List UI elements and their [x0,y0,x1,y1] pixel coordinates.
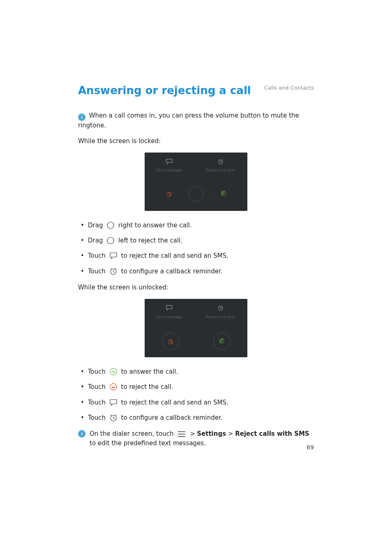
info-text: When a call comes in, you can press the … [78,112,299,129]
locked-intro: While the screen is locked: [78,136,314,146]
hangup-mini-icon: ✆ [163,188,174,199]
ss1-top-row: Send message Remind me later [145,158,247,173]
unlocked-call-screenshot: Send message Remind me later ✆ ✆ [145,299,247,357]
info-icon: i [78,113,85,121]
tip-block: i On the dialer screen, touch > Settings… [78,429,314,449]
text-fragment: to edit the predefined text messages. [90,439,206,447]
list-item: Touch to configure a callback reminder. [81,413,314,423]
speech-bubble-icon [157,305,182,314]
speech-bubble-icon [109,398,118,407]
text-fragment: to reject the call and send an SMS. [121,252,228,259]
locked-instruction-list: Drag right to answer the call. Drag left… [78,221,314,276]
ss2-remind-label: Remind me later [206,315,235,320]
text-fragment: Touch [88,414,108,421]
text-fragment: Touch [88,252,108,259]
speech-bubble-icon [109,252,118,260]
circle-icon [106,221,115,229]
text-fragment: right to answer the call. [118,222,192,229]
answer-button-icon: ✆ [213,333,231,350]
list-item: Drag left to reject the call. [81,236,314,245]
text-fragment: Drag [88,237,105,244]
info-icon: i [78,430,85,437]
alarm-icon [206,305,235,314]
answer-mini-icon: ✆ [221,189,226,199]
ss2-sms-label: Send message [157,315,182,320]
list-item: Touch to reject the call. [81,382,314,392]
page: Calls and Contacts Answering or rejectin… [0,0,392,555]
svg-point-1 [107,222,114,229]
svg-point-2 [107,237,114,244]
text-fragment: left to reject the call. [118,237,182,244]
hamburger-menu-icon [177,430,186,438]
alarm-clock-icon [109,267,118,275]
list-item: Touch to reject the call and send an SMS… [81,398,314,407]
text-fragment: Touch [88,399,108,406]
alarm-icon [206,158,235,167]
unlocked-intro: While the screen is unlocked: [78,283,314,292]
tip-text: On the dialer screen, touch > Settings >… [90,430,309,447]
ss1-remind-label: Remind me later [206,168,235,173]
page-number: 69 [307,443,314,452]
drag-ring-icon: · [188,186,204,202]
list-item: Touch to answer the call. [81,367,314,377]
text-fragment: Touch [88,383,108,391]
list-item: Drag right to answer the call. [81,221,314,230]
ss2-button-row: ✆ ✆ [145,333,247,350]
text-fragment: to reject the call and send an SMS. [121,399,228,406]
text-fragment: to answer the call. [121,368,178,375]
text-fragment: to reject the call. [121,383,173,391]
text-fragment: On the dialer screen, touch [90,430,175,437]
reject-button-icon: ✆ [162,333,179,350]
text-fragment: > [228,430,235,437]
alarm-clock-icon [109,414,118,422]
text-fragment: Touch [88,368,108,375]
ss1-sms-col: Send message [157,158,182,173]
text-fragment: to configure a callback reminder. [121,414,223,421]
ss1-sms-label: Send message [157,168,182,173]
speech-bubble-icon [157,158,182,167]
settings-label: Settings [197,430,226,437]
dots-left: ···· [175,191,184,197]
text-fragment: Touch [88,268,108,275]
text-fragment: > [190,430,197,437]
ss2-top-row: Send message Remind me later [145,305,247,320]
list-item: Touch to reject the call and send an SMS… [81,251,314,261]
unlocked-instruction-list: Touch to answer the call. Touch to rejec… [78,367,314,423]
ss1-remind-col: Remind me later [206,158,235,173]
reject-sms-label: Reject calls with SMS [235,430,309,437]
ss1-slider-row: ✆ ···· · ···· ✆ [145,186,247,202]
text-fragment: to configure a callback reminder. [121,268,223,275]
text-fragment: Drag [88,222,105,229]
info-line: i When a call comes in, you can press th… [78,111,314,130]
reject-circle-icon [109,383,118,391]
answer-circle-icon [109,368,118,376]
ss2-sms-col: Send message [157,305,182,320]
list-item: Touch to configure a callback reminder. [81,267,314,276]
breadcrumb: Calls and Contacts [264,84,314,92]
dots-right: ···· [208,191,217,197]
circle-icon [106,236,115,245]
locked-call-screenshot: Send message Remind me later ✆ ···· · ··… [145,153,247,211]
ss2-remind-col: Remind me later [206,305,235,320]
